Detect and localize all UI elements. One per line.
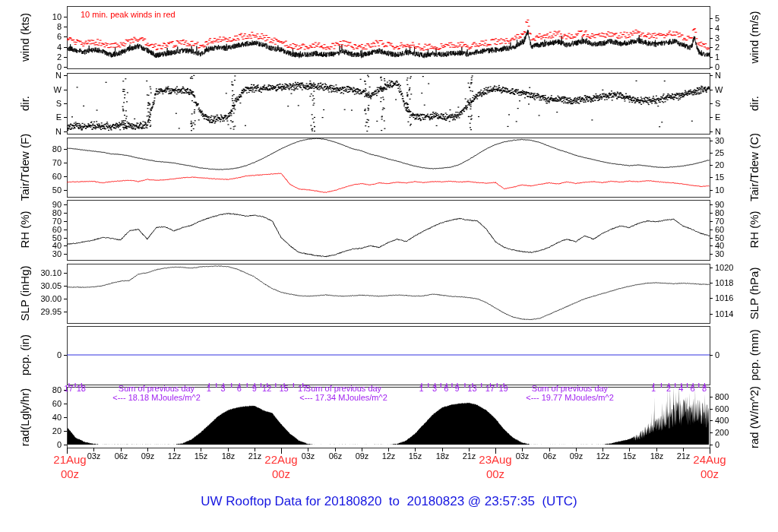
axis-title-tair-left: Tair/Tdew (F)	[18, 134, 31, 201]
rad-sum-day3-line2: <--- 19.77 MJoules/m^2	[526, 393, 614, 402]
date-text: 22Aug	[264, 452, 297, 467]
axis-title-wind-left: wind (kts)	[18, 13, 31, 62]
time-text: 00z	[264, 467, 297, 481]
axis-title-pcp-right: pcp. (mm)	[748, 329, 761, 381]
rad-sum-day3-line1: Sum of previous day	[532, 384, 608, 393]
time-text: 00z	[479, 467, 511, 481]
date-text: 21Aug	[53, 452, 86, 467]
axis-title-pcp-left: pcp. (in)	[18, 334, 31, 375]
axis-title-rad-right: rad (W/m^2)	[748, 386, 761, 448]
rad-sum-day1: Sum of previous day<--- 18.18 MJoules/m^…	[112, 384, 201, 402]
time-text: 00z	[53, 467, 86, 481]
rad-sum-day2-line1: Sum of previous day	[305, 384, 381, 393]
xaxis-date-23aug: 23Aug00z	[479, 452, 511, 481]
axis-title-slp-right: SLP (hPa)	[748, 268, 761, 320]
axis-title-dir-left: dir.	[18, 96, 31, 111]
time-text: 00z	[693, 467, 726, 481]
axis-title-rad-left: rad(Lgly/hr)	[18, 388, 31, 447]
date-text: 23Aug	[479, 452, 511, 467]
axis-title-tair-right: Tair/Tdew (C)	[748, 133, 761, 201]
page-title: UW Rooftop Data for 20180820 to 20180823…	[0, 494, 778, 509]
rad-sum-day3: Sum of previous day<--- 19.77 MJoules/m^…	[526, 384, 614, 402]
uw-rooftop-meteogram: 10 min. peak winds in red wind (kts) dir…	[0, 0, 778, 532]
axis-title-wind-right: wind (m/s)	[748, 11, 761, 63]
rad-sum-day1-line1: Sum of previous day	[119, 384, 194, 393]
axis-title-dir-right: dir.	[748, 96, 761, 111]
axis-title-rh-left: RH (%)	[18, 211, 31, 248]
xaxis-date-21aug: 21Aug00z	[53, 452, 86, 481]
wind-peak-annotation: 10 min. peak winds in red	[81, 10, 176, 19]
axis-title-rh-right: RH (%)	[748, 211, 761, 248]
axis-title-slp-left: SLP (inHg)	[18, 265, 31, 321]
rad-sum-day1-line2: <--- 18.18 MJoules/m^2	[112, 393, 201, 402]
xaxis-date-24aug: 24Aug00z	[693, 452, 726, 481]
rad-sum-day2-line2: <--- 17.34 MJoules/m^2	[299, 393, 387, 402]
chart-canvas	[0, 0, 778, 532]
date-text: 24Aug	[693, 452, 726, 467]
xaxis-date-22aug: 22Aug00z	[264, 452, 297, 481]
rad-sum-day2: Sum of previous day<--- 17.34 MJoules/m^…	[299, 384, 387, 402]
